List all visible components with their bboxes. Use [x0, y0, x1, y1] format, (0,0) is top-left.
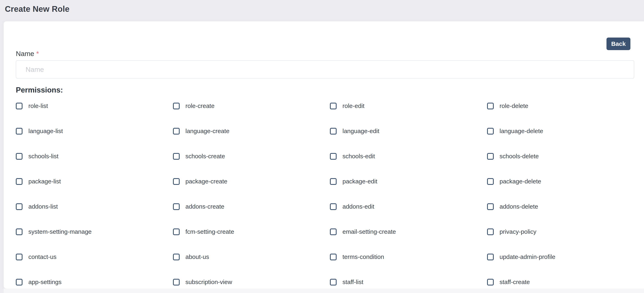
permission-item[interactable]: terms-condition	[330, 253, 384, 261]
permission-label: email-setting-create	[342, 228, 396, 235]
permission-item[interactable]: addons-edit	[330, 202, 374, 211]
checkbox-icon[interactable]	[16, 254, 22, 260]
checkbox-icon[interactable]	[487, 254, 494, 260]
name-input[interactable]	[16, 60, 634, 79]
checkbox-icon[interactable]	[487, 279, 494, 285]
permission-item[interactable]: language-edit	[330, 127, 380, 135]
permission-label: language-edit	[342, 127, 380, 135]
permission-item[interactable]: staff-create	[487, 278, 530, 286]
permission-label: role-list	[28, 102, 48, 110]
checkbox-icon[interactable]	[173, 254, 180, 260]
permission-item[interactable]: fcm-setting-create	[173, 228, 234, 236]
permission-item[interactable]: app-settings	[16, 278, 62, 286]
checkbox-icon[interactable]	[487, 178, 494, 185]
permission-item[interactable]: package-edit	[330, 177, 377, 185]
checkbox-icon[interactable]	[16, 228, 22, 235]
permission-label: addons-delete	[500, 203, 538, 210]
permission-item[interactable]: role-create	[173, 102, 214, 110]
permission-label: addons-list	[28, 203, 58, 210]
checkbox-icon[interactable]	[330, 153, 336, 160]
permission-label: language-delete	[500, 127, 543, 135]
permission-label: addons-create	[186, 203, 224, 210]
permission-item[interactable]: system-setting-manage	[16, 228, 92, 236]
permission-label: package-delete	[500, 178, 541, 185]
permission-label: about-us	[186, 253, 209, 260]
permission-item[interactable]: schools-delete	[487, 152, 539, 160]
permission-label: system-setting-manage	[28, 228, 92, 235]
permissions-heading: Permissions:	[16, 86, 63, 94]
checkbox-icon[interactable]	[173, 228, 180, 235]
permission-label: package-edit	[342, 178, 377, 185]
checkbox-icon[interactable]	[330, 279, 336, 285]
checkbox-icon[interactable]	[330, 128, 336, 135]
permission-item[interactable]: role-edit	[330, 102, 364, 110]
permission-item[interactable]: language-delete	[487, 127, 543, 135]
checkbox-icon[interactable]	[487, 228, 494, 235]
permission-item[interactable]: addons-delete	[487, 202, 538, 211]
permission-label: addons-edit	[342, 203, 374, 210]
checkbox-icon[interactable]	[173, 103, 180, 109]
permission-item[interactable]: contact-us	[16, 253, 56, 261]
checkbox-icon[interactable]	[16, 279, 22, 285]
permission-item[interactable]: addons-list	[16, 202, 58, 211]
permission-label: schools-list	[28, 153, 58, 160]
permission-label: terms-condition	[342, 253, 384, 260]
permission-label: update-admin-profile	[500, 253, 556, 260]
permission-item[interactable]: update-admin-profile	[487, 253, 556, 261]
permission-label: role-delete	[500, 102, 528, 110]
permission-label: schools-edit	[342, 153, 375, 160]
permission-item[interactable]: language-list	[16, 127, 63, 135]
permission-item[interactable]: about-us	[173, 253, 209, 261]
create-role-card: Back Name* Permissions: role-list role-c…	[4, 21, 644, 288]
permission-label: app-settings	[28, 278, 62, 286]
permission-item[interactable]: schools-create	[173, 152, 225, 160]
permission-label: staff-list	[342, 278, 363, 286]
checkbox-icon[interactable]	[16, 178, 22, 185]
permission-item[interactable]: subscription-view	[173, 278, 232, 286]
permission-label: role-create	[186, 102, 214, 110]
checkbox-icon[interactable]	[173, 203, 180, 210]
permission-label: privacy-policy	[500, 228, 536, 235]
checkbox-icon[interactable]	[487, 103, 494, 109]
checkbox-icon[interactable]	[16, 203, 22, 210]
permission-item[interactable]: package-create	[173, 177, 228, 185]
permission-item[interactable]: package-delete	[487, 177, 541, 185]
name-label: Name*	[16, 50, 39, 58]
permission-item[interactable]: language-create	[173, 127, 230, 135]
checkbox-icon[interactable]	[16, 153, 22, 160]
permissions-grid: role-list role-create role-edit role-del…	[16, 102, 644, 286]
permission-item[interactable]: schools-edit	[330, 152, 375, 160]
checkbox-icon[interactable]	[330, 254, 336, 260]
permission-item[interactable]: addons-create	[173, 202, 224, 211]
permission-item[interactable]: email-setting-create	[330, 228, 396, 236]
permission-item[interactable]: staff-list	[330, 278, 363, 286]
permission-label: package-create	[186, 178, 228, 185]
permission-item[interactable]: package-list	[16, 177, 61, 185]
permission-item[interactable]: role-list	[16, 102, 48, 110]
permission-item[interactable]: privacy-policy	[487, 228, 536, 236]
name-label-text: Name	[16, 50, 34, 57]
permission-label: language-create	[186, 127, 230, 135]
checkbox-icon[interactable]	[330, 203, 336, 210]
permission-item[interactable]: role-delete	[487, 102, 528, 110]
checkbox-icon[interactable]	[487, 203, 494, 210]
checkbox-icon[interactable]	[16, 128, 22, 135]
checkbox-icon[interactable]	[173, 279, 180, 285]
checkbox-icon[interactable]	[173, 178, 180, 185]
permission-label: language-list	[28, 127, 63, 135]
back-button[interactable]: Back	[606, 38, 630, 50]
permission-label: staff-create	[500, 278, 530, 286]
checkbox-icon[interactable]	[487, 128, 494, 135]
checkbox-icon[interactable]	[330, 178, 336, 185]
permission-label: schools-create	[186, 153, 225, 160]
checkbox-icon[interactable]	[330, 228, 336, 235]
permission-label: subscription-view	[186, 278, 232, 286]
checkbox-icon[interactable]	[487, 153, 494, 160]
checkbox-icon[interactable]	[330, 103, 336, 109]
checkbox-icon[interactable]	[173, 153, 180, 160]
permission-item[interactable]: schools-list	[16, 152, 58, 160]
card-bottom-shadow	[4, 288, 644, 293]
permission-label: contact-us	[28, 253, 56, 260]
checkbox-icon[interactable]	[173, 128, 180, 135]
checkbox-icon[interactable]	[16, 103, 22, 109]
